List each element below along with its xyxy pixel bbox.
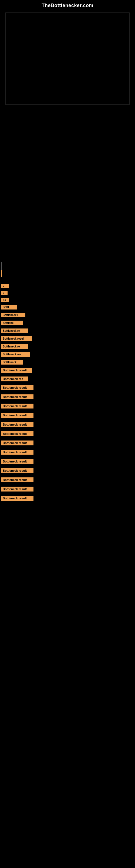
list-item: Bottleneck resul: [0, 336, 135, 341]
list-item: Bottleneck r: [0, 312, 135, 318]
list-item: Bottleneck re: [0, 328, 135, 333]
list-item: Bottleneck result: [0, 403, 135, 409]
list-item: Bottleneck re: [0, 344, 135, 349]
bottleneck-label: Bottleneck re: [1, 329, 28, 333]
bottleneck-label: Bottleneck re: [1, 344, 28, 349]
list-item: Bottleneck result: [0, 394, 135, 400]
bottleneck-label: Bottleneck res: [1, 352, 30, 357]
bottleneck-label: Bottleneck result: [1, 431, 34, 436]
bottleneck-label: B: [1, 284, 9, 288]
bottleneck-label: Bottleneck result: [1, 487, 34, 492]
list-item: Bottleneck: [0, 360, 135, 365]
bottleneck-label: Bottleneck resul: [1, 336, 32, 341]
list-item: Bottleneck result: [0, 459, 135, 464]
list-item: Bottleneck result: [0, 431, 135, 436]
bottleneck-label: Bottleneck result: [1, 413, 34, 418]
list-item: Bottleneck result: [0, 496, 135, 501]
list-item: Bottleneck res: [0, 376, 135, 382]
list-item: B: [0, 290, 135, 296]
list-item: Bottleneck result: [0, 450, 135, 455]
bottleneck-label: Bottleneck result: [1, 468, 34, 473]
bottleneck-label: Bottleneck result: [1, 496, 34, 501]
vertical-line: [1, 262, 2, 270]
site-title: TheBottlenecker.com: [0, 0, 135, 10]
line-indicator: [0, 262, 135, 270]
mid-section: [0, 105, 135, 262]
bottleneck-label: Bottleneck result: [1, 450, 34, 455]
list-item: Bottleneck result: [0, 477, 135, 483]
short-bar-section: [0, 270, 135, 277]
bottleneck-label: Bottleneck result: [1, 385, 34, 390]
bottleneck-label: Bottleneck res: [1, 376, 28, 381]
bottleneck-label: Bottleneck result: [1, 422, 34, 427]
list-item: Bottleneck result: [0, 440, 135, 446]
bottleneck-label: B: [1, 291, 8, 295]
bottleneck-label: Bottleneck r: [1, 313, 26, 317]
list-item: Bottleneck result: [0, 385, 135, 390]
bottleneck-label: Bottleneck: [1, 360, 23, 365]
bottleneck-label: Bottleneck result: [1, 477, 34, 482]
list-item: Bottleneck result: [0, 468, 135, 473]
list-item: Bottleneck result: [0, 486, 135, 492]
list-item: Bottleneck result: [0, 368, 135, 373]
list-item: Bottlene: [0, 320, 135, 326]
bottleneck-label: Bottleneck result: [1, 404, 34, 408]
list-item: Bottleneck result: [0, 422, 135, 427]
list-item: Bottleneck res: [0, 352, 135, 357]
bottleneck-label: Bottleneck result: [1, 440, 34, 445]
bottleneck-label: Bottlene: [1, 321, 23, 325]
list-item: Bottleneck result: [0, 412, 135, 418]
mini-bar: [1, 270, 2, 277]
bottleneck-label: Bo: [1, 298, 9, 302]
chart-area: [5, 12, 130, 105]
bottleneck-label: Bottl: [1, 305, 17, 310]
page-wrapper: TheBottlenecker.com B B Bo Bottl: [0, 0, 135, 510]
bottleneck-items-container: B B Bo Bottl Bottleneck r Bottlene Bottl…: [0, 278, 135, 510]
site-header: TheBottlenecker.com: [0, 0, 135, 10]
bottleneck-label: Bottleneck result: [1, 394, 34, 399]
list-item: Bo: [0, 298, 135, 303]
bottleneck-label: Bottleneck result: [1, 459, 34, 464]
list-item: Bottl: [0, 305, 135, 310]
list-item: B: [0, 283, 135, 288]
bottleneck-label: Bottleneck result: [1, 368, 32, 373]
